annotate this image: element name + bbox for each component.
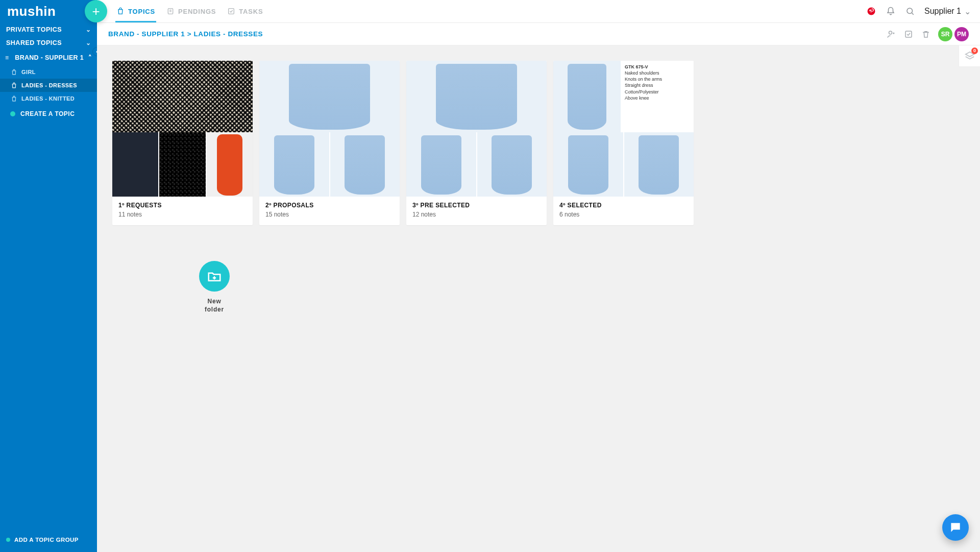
create-topic-button[interactable]: CREATE A TOPIC [0,105,97,123]
chat-button[interactable] [942,514,969,541]
assign-icon[interactable] [886,29,896,39]
tab-topics[interactable]: TOPICS [115,0,156,22]
sidebar-item-girl[interactable]: GIRL [0,65,97,79]
thumbnail [553,61,621,132]
bell-icon[interactable] [886,6,896,16]
tab-tasks[interactable]: TASKS [226,0,264,22]
spec-line: Above knee [625,95,690,101]
main-tabs: TOPICS PENDINGS TASKS [115,0,264,22]
avatar-stack[interactable]: SR PM [938,27,969,41]
chevron-down-icon: ⌄ [86,39,91,46]
spec-line: Straight dress [625,82,690,88]
breadcrumb[interactable]: BRAND - SUPPLIER 1 > LADIES - DRESSES [108,30,263,38]
thumbnail [112,132,158,197]
folder-plus-icon [199,261,230,292]
spec-line: Knots on the arms [625,76,690,82]
thumbnail [112,61,253,132]
spec-code: GTK 675-V [625,64,690,70]
plus-dot-icon [10,111,15,116]
add-button[interactable]: + [85,0,107,22]
folder-title: 3º PRE SELECTED [412,202,541,209]
thumbnail [259,132,329,197]
bag-icon [116,7,125,15]
tab-label: TASKS [239,8,263,15]
pinterest-icon[interactable] [866,6,876,16]
thumbnail [553,132,623,197]
sidebar-item-label: GIRL [21,69,36,75]
sidebar-section-private[interactable]: PRIVATE TOPICS ⌄ [0,23,97,36]
sidebar-section-label: SHARED TOPICS [6,39,62,46]
folder-note-count: 11 notes [118,211,247,218]
thumbnail [406,132,476,197]
stack-icon[interactable]: 0 [959,45,980,67]
user-name: Supplier 1 [924,7,961,16]
svg-point-3 [907,8,913,14]
thumbnail [406,61,547,132]
tab-label: TOPICS [128,8,155,15]
edit-icon[interactable] [903,29,914,39]
sidebar-section-shared[interactable]: SHARED TOPICS ⌄ [0,36,97,50]
folder-note-count: 6 notes [559,211,688,218]
avatar[interactable]: SR [938,27,952,41]
folder-card-selected[interactable]: GTK 675-V Naked shoulders Knots on the a… [553,61,694,225]
sidebar-item-ladies-dresses[interactable]: LADIES - DRESSES [0,79,97,92]
chevron-up-icon: ˄ [88,54,92,61]
thumbnail [159,132,205,197]
new-folder-label: folder [205,306,224,313]
thumbnail [477,132,547,197]
add-topic-group-label: ADD A TOPIC GROUP [14,537,79,543]
thumbnail [207,132,253,197]
folder-note-count: 15 notes [265,211,394,218]
user-menu[interactable]: Supplier 1 ⌄ [924,7,971,16]
folder-card-proposals[interactable]: 2º PROPOSALS 15 notes [259,61,400,225]
breadcrumb-bar: BRAND - SUPPLIER 1 > LADIES - DRESSES SR… [97,23,980,45]
chevron-down-icon: ⌄ [86,26,91,33]
tab-pendings[interactable]: PENDINGS [165,0,217,22]
folder-title: 1º REQUESTS [118,202,247,209]
bag-icon [10,82,17,89]
content-area: 0 1º REQUESTS 11 notes [97,45,980,552]
add-topic-group-button[interactable]: ADD A TOPIC GROUP [0,530,97,552]
tab-label: PENDINGS [178,8,216,15]
thumbnail [259,61,400,132]
new-folder-button[interactable]: New folder [184,261,245,314]
plus-dot-icon [6,538,10,542]
sidebar: mushin PRIVATE TOPICS ⌄ SHARED TOPICS ⌄ … [0,0,97,552]
sidebar-group-label: BRAND - SUPPLIER 1 [15,54,84,61]
sidebar-group-brand[interactable]: ≡ BRAND - SUPPLIER 1 ˄ [0,50,97,65]
spec-line: Naked shoulders [625,70,690,76]
svg-rect-5 [905,31,912,37]
folder-title: 2º PROPOSALS [265,202,394,209]
stack-badge: 0 [971,47,978,54]
folder-note-count: 12 notes [412,211,541,218]
check-icon [227,7,235,15]
brand-logo: mushin [0,0,97,23]
bag-icon [10,68,17,76]
folder-card-preselected[interactable]: 3º PRE SELECTED 12 notes [406,61,547,225]
chevron-down-icon: ⌄ [964,7,971,16]
avatar[interactable]: PM [954,27,969,41]
note-icon [166,7,175,15]
sidebar-item-ladies-knitted[interactable]: LADIES - KNITTED [0,92,97,105]
folder-card-requests[interactable]: 1º REQUESTS 11 notes [112,61,253,225]
sidebar-section-label: PRIVATE TOPICS [6,26,62,33]
spec-line: Cotton/Polyester [625,89,690,95]
svg-rect-1 [229,9,234,14]
sidebar-item-label: LADIES - KNITTED [21,95,75,102]
sidebar-item-label: LADIES - DRESSES [21,82,77,88]
thumbnail [330,132,400,197]
search-icon[interactable] [905,6,915,16]
topbar: + TOPICS PENDINGS [97,0,980,23]
new-folder-label: New [207,298,221,305]
thumbnail [624,132,694,197]
spec-sheet: GTK 675-V Naked shoulders Knots on the a… [621,61,694,132]
svg-point-4 [889,31,892,34]
bag-icon [10,95,17,102]
drag-handle-icon: ≡ [5,54,9,61]
create-topic-label: CREATE A TOPIC [20,110,75,117]
trash-icon[interactable] [921,29,931,39]
folder-title: 4º SELECTED [559,202,688,209]
